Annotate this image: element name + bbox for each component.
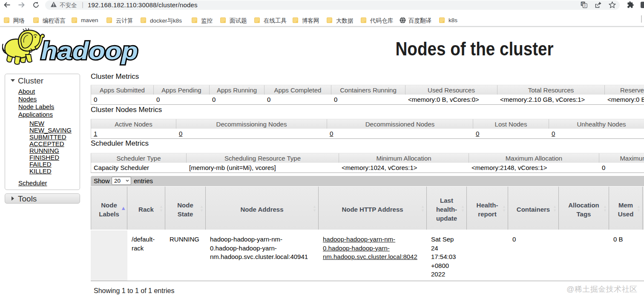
svg-text:文: 文	[583, 4, 586, 8]
svg-text:Nodes of the cluster: Nodes of the cluster	[396, 39, 554, 59]
svg-text:hadoop: hadoop	[41, 37, 138, 64]
